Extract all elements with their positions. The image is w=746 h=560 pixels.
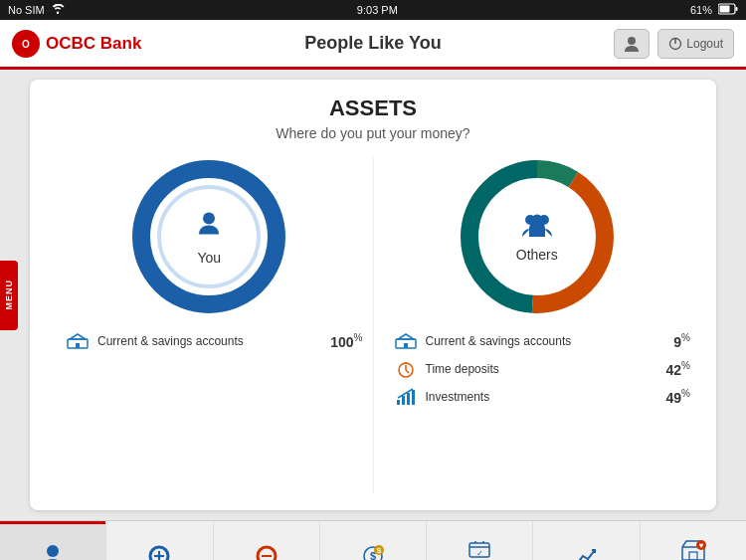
status-bar: No SIM 9:03 PM 61% [0, 0, 746, 20]
card-title: ASSETS [46, 95, 700, 121]
others-label: Others [516, 247, 558, 263]
logout-label: Logout [686, 37, 723, 51]
others-time-pct: 42% [666, 360, 690, 378]
you-savings-pct: 100% [330, 332, 362, 350]
tab-bar: Your Profile + Assets Liabilities $ [0, 520, 746, 560]
svg-rect-14 [76, 343, 80, 348]
others-panel: Others Current & savings accounts 9% [374, 157, 701, 494]
legend-item: Current & savings accounts 100% [66, 332, 363, 350]
svg-rect-29 [397, 400, 400, 405]
tab-liabilities-icon [253, 542, 280, 560]
status-right: 61% [690, 3, 738, 17]
svg-text:✓: ✓ [476, 549, 483, 558]
logo-text: OCBC Bank [46, 34, 141, 54]
svg-line-27 [406, 370, 409, 373]
tab-your-profile-icon [39, 542, 67, 560]
svg-marker-23 [398, 334, 414, 339]
svg-point-5 [628, 37, 636, 45]
wifi-icon [51, 4, 65, 16]
tab-merchants[interactable]: ♥ Top Merchants (Credit Cards) [641, 521, 746, 560]
you-donut: You [129, 157, 288, 316]
others-donut: Others [458, 157, 617, 316]
charts-row: You Current & savings accounts 100% [46, 157, 700, 494]
status-time: 9:03 PM [357, 4, 398, 16]
status-left: No SIM [8, 4, 65, 16]
carrier-text: No SIM [8, 4, 45, 16]
you-donut-label: You [194, 209, 224, 266]
svg-rect-32 [412, 390, 415, 405]
tab-assets-icon: + [145, 542, 173, 560]
tab-merchants-icon: ♥ [679, 535, 707, 560]
svg-text:$: $ [377, 546, 382, 555]
card-subtitle: Where do you put your money? [46, 125, 700, 141]
others-time-item: Time deposits 42% [394, 360, 691, 378]
header: O OCBC Bank People Like You Logout [0, 20, 746, 70]
svg-marker-13 [70, 334, 86, 339]
tab-avg-spending-icon: $ $ [359, 542, 387, 560]
others-time-label: Time deposits [426, 362, 658, 376]
tab-liabilities[interactable]: Liabilities [214, 521, 320, 560]
logo: O OCBC Bank [12, 30, 141, 58]
savings-icon [66, 332, 90, 350]
others-donut-label: Others [516, 211, 558, 263]
you-legend: Current & savings accounts 100% [56, 332, 363, 350]
profile-button[interactable] [614, 29, 650, 59]
others-time-icon [394, 360, 418, 378]
svg-rect-50 [689, 552, 697, 560]
content-card: ASSETS Where do you put your money? [30, 80, 716, 510]
tab-your-profile[interactable]: Your Profile [0, 521, 106, 560]
tab-saving-goals[interactable]: Top Saving Goals [533, 521, 640, 560]
others-savings-pct: 9% [673, 332, 690, 350]
svg-text:♥: ♥ [698, 541, 703, 550]
tab-saving-goals-icon [573, 542, 601, 560]
tab-top-spending[interactable]: ✓ Top Spending Categories [427, 521, 533, 560]
svg-point-38 [258, 547, 276, 560]
you-savings-label: Current & savings accounts [97, 334, 322, 348]
others-invest-item: Investments 49% [394, 388, 691, 406]
svg-point-11 [203, 213, 215, 225]
others-legend: Current & savings accounts 9% Time depos… [384, 332, 691, 406]
header-actions: Logout [614, 29, 734, 59]
svg-rect-24 [404, 343, 408, 348]
svg-point-28 [405, 362, 407, 364]
you-panel: You Current & savings accounts 100% [46, 157, 374, 494]
others-invest-icon [394, 388, 418, 406]
page-title: People Like You [304, 33, 441, 54]
logo-icon: O [12, 30, 40, 58]
battery-icon [718, 3, 738, 17]
svg-rect-30 [402, 396, 405, 405]
logout-button[interactable]: Logout [657, 29, 734, 59]
svg-text:O: O [22, 39, 30, 50]
svg-point-33 [47, 545, 59, 557]
menu-tab[interactable]: MENU [0, 261, 18, 330]
svg-rect-31 [407, 393, 410, 405]
tab-assets[interactable]: + Assets [106, 521, 213, 560]
others-invest-label: Investments [426, 390, 658, 404]
others-savings-item: Current & savings accounts 9% [394, 332, 691, 350]
others-invest-pct: 49% [666, 388, 690, 406]
you-icon [194, 209, 224, 246]
svg-rect-2 [720, 6, 730, 13]
tab-avg-spending[interactable]: $ $ Average Spending [320, 521, 427, 560]
main-content: MENU ASSETS Where do you put your money? [0, 70, 746, 520]
svg-rect-1 [736, 7, 738, 11]
others-savings-icon [394, 332, 418, 350]
you-label: You [197, 250, 221, 266]
menu-tab-label: MENU [4, 280, 14, 310]
others-savings-label: Current & savings accounts [426, 334, 666, 348]
others-icon [520, 211, 554, 243]
tab-top-spending-icon: ✓ [466, 535, 493, 560]
battery-text: 61% [690, 4, 712, 16]
